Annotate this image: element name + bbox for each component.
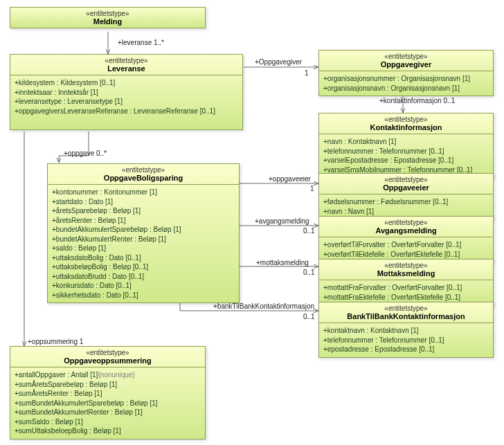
attr-row: sikkerhetsdato : Dato [0..1] [52,291,235,300]
entity-oppgaveeier[interactable]: «entitetstype» Oppgaveeier fødselsnummer… [318,173,494,219]
entity-title: Leveranse [15,64,238,73]
attr-row: sumSaldo : Beløp [1] [15,417,201,427]
entity-title: Mottaksmelding [323,269,489,278]
attr-row: mottattFraForvalter : OverførtForvalter … [323,283,489,293]
edge-oppgaveeier: +oppgaveeier [269,175,311,183]
stereotype: «entitetstype» [52,166,235,174]
entity-banktilbank[interactable]: «entitetstype» BankTilBankKontaktinforma… [318,302,494,358]
entity-oppgaveoppsummering[interactable]: «entitetstype» Oppgaveoppsummering antal… [10,346,206,439]
attr-row: overførtTilEktefelle : OverførtEktefelle… [323,250,489,260]
stereotype: «entitetstype» [323,219,489,226]
attrs-oppgaveeier: fødselsnummer : Fødselsnummer [0..1]navn… [319,194,493,219]
entity-oppgaveboligsparing[interactable]: «entitetstype» OppgaveBoligsparing konto… [47,163,240,303]
edge-mottak-m: 0..1 [303,269,315,276]
stereotype: «entitetstype» [323,262,489,269]
edge-oppgavegiver: +Oppgavegiver [255,58,302,66]
attr-row: antallOppgaver : Antall [1]{nonunique} [15,370,201,380]
attr-row: telefonnummer : Telefonnummer [0..1] [323,147,489,156]
entity-kontaktinformasjon[interactable]: «entitetstype» Kontaktinformasjon navn :… [318,113,494,178]
stereotype: «entitetstype» [323,116,489,123]
entity-oppgavegiver[interactable]: «entitetstype» Oppgavegiver organisasjon… [318,50,494,96]
stereotype: «entitetstype» [15,10,201,17]
attr-row: sumBundetAkkumulertSparebeløp : Beløp [1… [15,399,201,408]
attr-row: konkursdato : Dato [0..1] [52,281,235,291]
edge-avgang-m: 0..1 [303,227,315,235]
attr-row: oppgavegiversLeveranseReferanse : Levera… [15,107,238,116]
edge-oppgavegiver-m: 1 [305,69,309,77]
entity-avgangsmelding[interactable]: «entitetstype» Avgangsmelding overførtTi… [318,216,494,262]
attr-row: sumBundetAkkumulertRenter : Beløp [1] [15,408,201,417]
attr-row: uttaksdatoBolig : Dato [0..1] [52,253,235,263]
entity-title: Kontaktinformasjon [323,123,489,131]
attr-row: sumÅretsRenter : Beløp [1] [15,389,201,399]
attr-row: sumUttaksbeloepBolig : Beløp [1] [15,426,201,436]
edge-avgang: +avgangsmelding [255,217,309,225]
attrs-bank: kontaktnavn : Kontaktnavn [1]telefonnumm… [319,323,493,357]
entity-title: Oppgavegiver [323,60,489,69]
stereotype: «entitetstype» [15,57,238,64]
attr-row: saldo : Beløp [1] [52,244,235,253]
entity-leveranse[interactable]: «entitetstype» Leveranse kildesystem : K… [10,54,243,130]
attrs-oppsummering: antallOppgaver : Antall [1]{nonunique}su… [10,367,205,439]
attr-row: varselEpostadresse : Epostadresse [0..1] [323,156,489,165]
attr-row: leveransetype : Leveransetype [1] [15,97,238,107]
attr-row: epostadresse : Epostadresse [0..1] [323,345,489,354]
stereotype: «entitetstype» [323,53,489,60]
attr-row: sumÅretsSparebeløp : Beløp [1] [15,380,201,390]
edge-bank: +bankTilBankKontaktinformasjon [213,302,314,310]
entity-title: Oppgaveoppsummering [15,356,201,365]
stereotype: «entitetstype» [323,176,489,183]
attrs-oppgavegiver: organisasjonsnummer : Organisasjonsnavn … [319,71,493,96]
edge-kontaktinfo: +kontaktinformasjon 0..1 [379,97,455,105]
attr-row: overførtTilForvalter : OverførtForvalter… [323,240,489,250]
edge-oppgave: +oppgave 0..* [64,149,107,157]
entity-title: Melding [15,17,201,26]
attr-row: organisasjonsnavn : Organisasjonsnavn [1… [323,84,489,93]
entity-mottaksmelding[interactable]: «entitetstype» Mottaksmelding mottattFra… [318,259,494,305]
edge-leveranse: +leveranse 1..* [118,39,164,46]
attr-row: åretsSparebeløp : Beløp [1] [52,206,235,216]
entity-title: Avgangsmelding [323,226,489,235]
attr-row: uttaksbeløpBolig : Beløp [0..1] [52,262,235,272]
entity-melding[interactable]: «entitetstype» Melding [10,7,206,28]
edge-oppsummering: +oppsummering 1 [28,338,83,345]
entity-title: OppgaveBoligsparing [52,174,235,182]
attr-row: kildesystem : Kildesystem [0..1] [15,78,238,88]
attr-row: kontaktnavn : Kontaktnavn [1] [323,326,489,336]
attr-row: fødselsnummer : Fødselsnummer [0..1] [323,197,489,207]
stereotype: «entitetstype» [323,305,489,312]
attr-row: navn : Kontaktnavn [1] [323,137,489,147]
attr-row: kontonummer : Kontonummer [1] [52,188,235,197]
attr-row: åretsRenter : Beløp [1] [52,216,235,226]
attr-row: uttaksdatoBrudd : Dato [0..1] [52,272,235,282]
attrs-avgang: overførtTilForvalter : OverførtForvalter… [319,237,493,262]
attrs-leveranse: kildesystem : Kildesystem [0..1]inntekts… [10,75,242,118]
entity-title: Oppgaveeier [323,183,489,192]
attr-row: inntektsaar : Inntektsår [1] [15,88,238,98]
attrs-kontaktinfo: navn : Kontaktnavn [1]telefonnummer : Te… [319,134,493,177]
edge-mottak: +mottaksmelding [256,259,309,266]
entity-title: BankTilBankKontaktinformasjon [323,312,489,320]
stereotype: «entitetstype» [15,349,201,356]
attr-row: startdato : Dato [1] [52,197,235,207]
attrs-boligsparing: kontonummer : Kontonummer [1]startdato :… [48,185,239,302]
edge-bank-m: 0..1 [303,313,315,320]
attr-row: organisasjonsnummer : Organisasjonsnavn … [323,74,489,84]
attrs-mottak: mottattFraForvalter : OverførtForvalter … [319,280,493,305]
attr-row: bundetAkkumulertRenter : Beløp [1] [52,235,235,244]
attr-row: telefonnummer : Telefonnummer [0..1] [323,336,489,345]
edge-oppgaveeier-m: 1 [310,185,314,192]
attr-row: navn : Navn [1] [323,207,489,217]
attr-row: mottattFraEktefelle : OverførtEktefelle … [323,293,489,302]
attr-row: bundetAkkumulertSparebeløp : Beløp [1] [52,225,235,235]
